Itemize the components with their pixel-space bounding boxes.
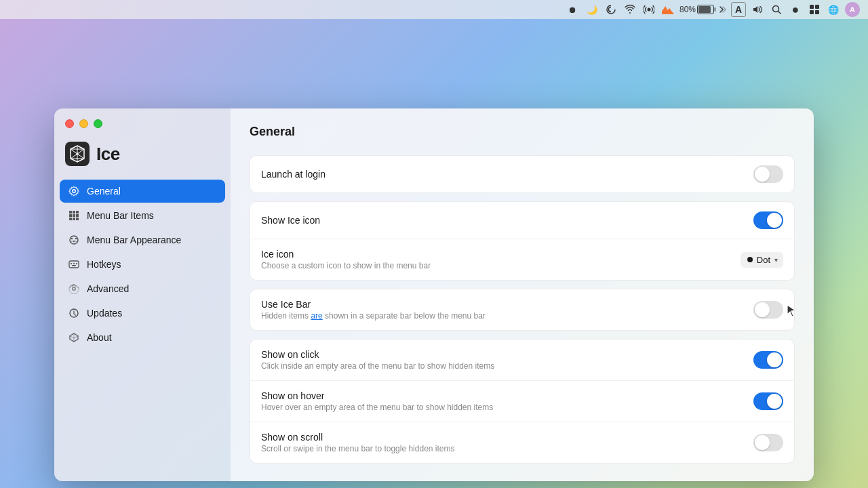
- settings-row-show-ice-icon: Show Ice icon: [250, 202, 794, 239]
- svg-rect-5: [810, 5, 814, 9]
- settings-row-show-on-scroll: Show on scroll Scroll or swipe in the me…: [250, 422, 794, 463]
- menu-bar-icons: ⏺ 🌙: [566, 2, 860, 17]
- toggle-thumb-3: [755, 302, 770, 317]
- dot-menu-icon[interactable]: ●: [788, 2, 803, 17]
- toggle-thumb-2: [767, 213, 782, 228]
- use-ice-bar-toggle[interactable]: [753, 301, 783, 319]
- svg-rect-29: [76, 263, 77, 264]
- settings-section-ice-bar: Use Ice Bar Hidden items are shown in a …: [250, 289, 795, 331]
- toggle-thumb: [755, 167, 770, 182]
- use-ice-bar-content: Use Ice Bar Hidden items are shown in a …: [261, 299, 486, 321]
- sidebar-label-menu-bar-items: Menu Bar Items: [87, 210, 154, 221]
- maximize-button[interactable]: [94, 119, 102, 128]
- sidebar-label-advanced: Advanced: [87, 283, 129, 294]
- settings-section-show-options: Show on click Click inside an empty area…: [250, 339, 795, 464]
- sidebar-item-general[interactable]: General: [60, 180, 225, 203]
- sidebar-item-about[interactable]: About: [60, 326, 225, 349]
- svg-point-25: [75, 241, 77, 242]
- svg-rect-28: [73, 263, 75, 264]
- show-on-hover-toggle[interactable]: [753, 392, 783, 410]
- keyboard-icon: [68, 258, 80, 270]
- app-window: Ice General: [54, 108, 814, 481]
- sidebar-item-updates[interactable]: Updates: [60, 302, 225, 325]
- close-button[interactable]: [65, 119, 74, 128]
- settings-row-show-on-click: Show on click Click inside an empty area…: [250, 340, 794, 381]
- svg-rect-19: [76, 218, 79, 220]
- layout-icon[interactable]: [807, 2, 822, 17]
- svg-rect-14: [69, 214, 72, 217]
- show-on-click-toggle[interactable]: [753, 351, 783, 369]
- settings-section-icon: Show Ice icon Ice icon Choose a custom i…: [250, 201, 795, 281]
- toggle-thumb-4: [767, 352, 782, 367]
- svg-rect-13: [76, 211, 79, 214]
- minimize-button[interactable]: [79, 119, 88, 128]
- svg-rect-17: [69, 218, 72, 220]
- ice-icon-label: Ice icon: [261, 249, 294, 260]
- moon-icon[interactable]: 🌙: [585, 2, 599, 17]
- ice-icon-dropdown[interactable]: Dot ▾: [741, 252, 783, 268]
- sidebar: Ice General: [54, 108, 231, 481]
- ice-icon-sublabel: Choose a custom icon to show in the menu…: [261, 261, 431, 270]
- settings-row-use-ice-bar: Use Ice Bar Hidden items are shown in a …: [250, 289, 794, 330]
- search-icon[interactable]: [769, 2, 784, 17]
- sidebar-item-hotkeys[interactable]: Hotkeys: [60, 253, 225, 276]
- spiral-icon[interactable]: [604, 2, 618, 17]
- record-icon[interactable]: ⏺: [566, 2, 580, 17]
- svg-point-21: [71, 238, 73, 239]
- svg-rect-30: [72, 265, 76, 266]
- svg-rect-16: [76, 214, 79, 217]
- nav-list: General Menu: [54, 180, 231, 481]
- toggle-thumb-6: [755, 435, 770, 450]
- updates-icon: [68, 307, 80, 319]
- palette-icon: [68, 234, 80, 246]
- svg-rect-12: [73, 211, 75, 214]
- svg-rect-2: [714, 7, 716, 12]
- svg-point-0: [647, 8, 650, 12]
- window-controls: [54, 108, 231, 136]
- volume-icon[interactable]: [750, 2, 765, 17]
- chevron-down-icon: ▾: [774, 256, 778, 264]
- are-link[interactable]: are: [311, 311, 322, 321]
- settings-row-launch-at-login: Launch at login: [250, 156, 794, 192]
- show-on-click-content: Show on click Click inside an empty area…: [261, 349, 494, 371]
- about-cube-icon: [68, 331, 80, 344]
- svg-rect-7: [810, 10, 814, 14]
- svg-rect-3: [698, 6, 711, 13]
- font-icon[interactable]: A: [731, 2, 746, 17]
- show-on-hover-sublabel: Hover over an empty area of the menu bar…: [261, 403, 493, 412]
- svg-rect-27: [71, 263, 72, 264]
- show-on-scroll-toggle[interactable]: [753, 434, 783, 451]
- airdrop-icon[interactable]: [642, 2, 656, 17]
- svg-rect-6: [815, 5, 819, 9]
- app-logo-area: Ice: [54, 136, 231, 180]
- toggle-thumb-5: [767, 394, 782, 409]
- show-ice-icon-toggle[interactable]: [753, 211, 783, 229]
- app-logo-icon: [65, 142, 90, 166]
- settings-row-ice-icon: Ice icon Choose a custom icon to show in…: [250, 239, 794, 280]
- launch-at-login-label: Launch at login: [261, 169, 326, 180]
- sidebar-label-hotkeys: Hotkeys: [87, 259, 121, 270]
- world-icon[interactable]: 🌐: [826, 2, 841, 17]
- ice-icon-content: Ice icon Choose a custom icon to show in…: [261, 249, 431, 270]
- sidebar-item-advanced[interactable]: Advanced: [60, 277, 225, 300]
- dot-icon-preview: [747, 257, 753, 262]
- svg-rect-11: [69, 211, 72, 214]
- sidebar-item-menu-bar-items[interactable]: Menu Bar Items: [60, 204, 225, 227]
- svg-point-23: [73, 241, 75, 242]
- ice-icon-value: Dot: [757, 255, 770, 265]
- launch-at-login-toggle[interactable]: [753, 165, 783, 183]
- launch-at-login-content: Launch at login: [261, 169, 326, 180]
- sidebar-item-menu-bar-appearance[interactable]: Menu Bar Appearance: [60, 228, 225, 251]
- menu-bar: ⏺ 🌙: [0, 0, 868, 19]
- sidebar-label-general: General: [87, 186, 121, 197]
- wifi-icon[interactable]: [623, 2, 637, 17]
- show-on-click-sublabel: Click inside an empty area of the menu b…: [261, 361, 494, 371]
- creative-cloud-icon[interactable]: [660, 2, 675, 17]
- show-on-hover-label: Show on hover: [261, 390, 324, 401]
- user-avatar[interactable]: A: [845, 2, 860, 17]
- use-ice-bar-sublabel: Hidden items are shown in a separate bar…: [261, 311, 486, 321]
- ice-bar-toggle-area: [753, 301, 783, 319]
- app-name: Ice: [96, 144, 120, 165]
- svg-rect-15: [73, 214, 75, 217]
- svg-point-22: [75, 238, 77, 239]
